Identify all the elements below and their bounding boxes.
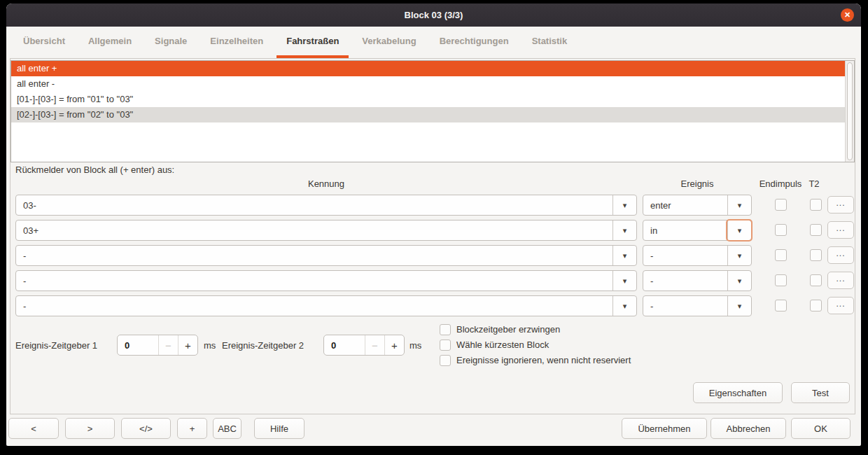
more-button[interactable]: ...: [827, 246, 854, 264]
kuerzester-block-label: Wähle kürzesten Block: [456, 340, 549, 351]
t2-checkbox[interactable]: [810, 199, 822, 211]
ereignisse-ignorieren-label: Ereignisse ignorieren, wenn nicht reserv…: [456, 355, 631, 366]
ereignis-combo[interactable]: - ▾: [643, 245, 752, 266]
combo-value: -: [643, 276, 727, 286]
ereignis-combo[interactable]: enter ▾: [643, 195, 752, 216]
timer2-spinner: − +: [323, 335, 405, 356]
more-button[interactable]: ...: [827, 221, 854, 239]
t2-checkbox[interactable]: [810, 300, 822, 312]
more-button[interactable]: ...: [827, 272, 854, 289]
help-button[interactable]: Hilfe: [254, 418, 304, 439]
endimpuls-checkbox[interactable]: [775, 199, 787, 211]
tab-signale[interactable]: Signale: [145, 27, 197, 58]
ereignisse-ignorieren-checkbox[interactable]: [440, 355, 451, 366]
chevron-down-icon[interactable]: ▾: [727, 195, 751, 215]
tab-allgemein[interactable]: Allgemein: [78, 27, 141, 58]
combo-value: -: [16, 276, 612, 286]
timer1-value-input[interactable]: [118, 335, 158, 355]
chevron-down-icon[interactable]: ▾: [727, 296, 751, 316]
route-list-item[interactable]: all enter +: [11, 61, 854, 76]
combo-value: -: [16, 251, 612, 261]
more-button[interactable]: ...: [827, 196, 854, 214]
screen: Block 03 (3/3) ✕ Übersicht Allgemein Sig…: [0, 0, 868, 455]
t2-checkbox[interactable]: [810, 274, 822, 286]
timer1-spinner: − +: [117, 335, 198, 356]
tab-verkabelung[interactable]: Verkabelung: [352, 27, 426, 58]
combo-value: 03+: [16, 225, 612, 236]
combo-value: in: [643, 225, 727, 236]
minus-icon[interactable]: −: [158, 335, 178, 355]
chevron-down-icon[interactable]: ▾: [612, 220, 636, 240]
tab-fahrstrassen[interactable]: Fahrstraßen: [276, 27, 349, 58]
kennung-combo[interactable]: - ▾: [15, 295, 637, 316]
combo-value: -: [16, 301, 612, 312]
xml-code-button[interactable]: </>: [121, 418, 171, 439]
column-header-t2: T2: [800, 178, 828, 190]
next-button[interactable]: >: [65, 418, 115, 439]
ereignis-combo[interactable]: in ▾: [643, 220, 752, 241]
kennung-combo[interactable]: 03+ ▾: [15, 220, 637, 241]
tab-einzelheiten[interactable]: Einzelheiten: [200, 27, 273, 58]
apply-button[interactable]: Übernehmen: [622, 418, 707, 439]
tab-bar: Übersicht Allgemein Signale Einzelheiten…: [6, 27, 861, 58]
test-button[interactable]: Test: [791, 382, 850, 403]
minus-icon[interactable]: −: [365, 335, 384, 355]
blockzeitgeber-checkbox[interactable]: [440, 324, 451, 335]
blockzeitgeber-label: Blockzeitgeber erzwingen: [456, 324, 560, 335]
kuerzester-block-checkbox[interactable]: [440, 340, 451, 351]
combo-value: enter: [643, 200, 727, 211]
timer1-label: Ereignis-Zeitgeber 1: [15, 340, 97, 351]
scrollbar-thumb[interactable]: [847, 62, 853, 160]
titlebar[interactable]: Block 03 (3/3) ✕: [6, 4, 861, 27]
chevron-down-icon[interactable]: ▾: [727, 246, 751, 265]
eigenschaften-button[interactable]: Eigenschaften: [693, 382, 783, 403]
chevron-down-icon[interactable]: ▾: [612, 296, 636, 316]
kennung-combo[interactable]: - ▾: [15, 245, 637, 266]
routes-list[interactable]: all enter + all enter - [01-]-[03-] = fr…: [10, 60, 855, 162]
endimpuls-checkbox[interactable]: [775, 224, 787, 236]
tab-berechtigungen[interactable]: Berechtigungen: [430, 27, 519, 58]
add-button[interactable]: +: [177, 418, 207, 439]
endimpuls-checkbox[interactable]: [775, 274, 787, 286]
tab-uebersicht[interactable]: Übersicht: [13, 27, 75, 58]
column-header-kennung: Kennung: [15, 178, 637, 190]
endimpuls-checkbox[interactable]: [775, 249, 787, 261]
timer1-unit: ms: [204, 340, 216, 351]
chevron-down-icon[interactable]: ▾: [612, 195, 636, 215]
combo-value: -: [643, 301, 727, 312]
timer2-label: Ereignis-Zeitgeber 2: [222, 340, 304, 351]
routes-scrollbar[interactable]: [845, 61, 854, 162]
dialog-window: Block 03 (3/3) ✕ Übersicht Allgemein Sig…: [6, 4, 861, 446]
plus-icon[interactable]: +: [384, 335, 404, 355]
feedback-row: - ▾ - ▾ ...: [15, 270, 855, 291]
chevron-down-icon[interactable]: ▾: [727, 271, 751, 290]
ereignis-combo[interactable]: - ▾: [643, 295, 752, 316]
column-header-ereignis: Ereignis: [643, 178, 752, 190]
more-button[interactable]: ...: [827, 297, 854, 314]
kennung-combo[interactable]: - ▾: [15, 270, 637, 291]
content-panel: all enter + all enter - [01-]-[03-] = fr…: [10, 58, 855, 414]
t2-checkbox[interactable]: [810, 249, 822, 261]
abc-button[interactable]: ABC: [213, 418, 241, 439]
timer2-unit: ms: [410, 340, 421, 351]
close-button[interactable]: ✕: [841, 8, 854, 22]
chevron-down-icon[interactable]: ▾: [612, 271, 636, 290]
tab-statistik[interactable]: Statistik: [522, 27, 578, 58]
route-list-item[interactable]: all enter -: [11, 76, 854, 92]
cancel-button[interactable]: Abbrechen: [710, 418, 786, 439]
endimpuls-checkbox[interactable]: [775, 300, 787, 312]
chevron-down-icon[interactable]: ▾: [727, 220, 751, 240]
timer2-value-input[interactable]: [324, 335, 365, 355]
plus-icon[interactable]: +: [178, 335, 197, 355]
t2-checkbox[interactable]: [810, 224, 822, 236]
route-list-item[interactable]: [02-]-[03-] = from "02" to "03": [11, 107, 854, 122]
feedback-row: - ▾ - ▾ ...: [15, 295, 855, 316]
ok-button[interactable]: OK: [791, 418, 850, 439]
window-title: Block 03 (3/3): [405, 10, 463, 20]
kennung-combo[interactable]: 03- ▾: [15, 195, 637, 216]
chevron-down-icon[interactable]: ▾: [612, 246, 636, 265]
ereignis-combo[interactable]: - ▾: [643, 270, 752, 291]
feedback-row: - ▾ - ▾ ...: [15, 245, 855, 266]
route-list-item[interactable]: [01-]-[03-] = from "01" to "03": [11, 92, 854, 107]
prev-button[interactable]: <: [8, 418, 59, 439]
